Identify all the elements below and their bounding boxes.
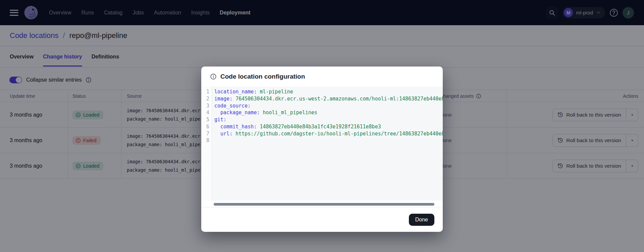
line-number: 1 bbox=[201, 88, 209, 95]
dialog-title: Code location configuration bbox=[220, 73, 305, 80]
line-number: 3 bbox=[201, 102, 209, 110]
code-content[interactable]: location_name: ml-pipelineimage: 7645063… bbox=[212, 86, 443, 201]
code-location-configuration-dialog: Code location configuration 12345678 loc… bbox=[201, 67, 443, 232]
yaml-key: code_source: bbox=[214, 103, 251, 109]
dialog-footer: Done bbox=[201, 207, 443, 232]
line-number: 8 bbox=[201, 137, 209, 144]
code-line bbox=[214, 137, 443, 144]
yaml-value: https://github.com/dagster-io/hooli-ml-p… bbox=[232, 131, 443, 137]
code-line: git: bbox=[214, 116, 443, 123]
yaml-key: commit_hash: bbox=[214, 124, 257, 130]
code-line: code_source: bbox=[214, 102, 443, 110]
line-number: 5 bbox=[201, 116, 209, 123]
yaml-value: ml-pipeline bbox=[257, 89, 293, 95]
line-number: 2 bbox=[201, 95, 209, 102]
line-number: 4 bbox=[201, 109, 209, 116]
dialog-header: Code location configuration bbox=[201, 67, 443, 86]
info-icon bbox=[210, 73, 217, 80]
yaml-code-viewer: 12345678 location_name: ml-pipelineimage… bbox=[201, 86, 443, 201]
dagster-app: OverviewRunsCatalogJobsAutomationInsight… bbox=[0, 0, 644, 252]
line-number: 7 bbox=[201, 130, 209, 137]
horizontal-scrollbar-thumb[interactable] bbox=[214, 203, 434, 206]
yaml-value: 764506304434.dkr.ecr.us-west-2.amazonaws… bbox=[232, 96, 443, 102]
line-number-gutter: 12345678 bbox=[201, 86, 212, 201]
done-button[interactable]: Done bbox=[409, 214, 434, 226]
code-line: package_name: hooli_ml_pipelines bbox=[214, 109, 443, 116]
yaml-key: location_name: bbox=[214, 89, 257, 95]
yaml-value: hooli_ml_pipelines bbox=[260, 110, 317, 116]
horizontal-scrollbar-track bbox=[201, 201, 443, 207]
yaml-value: 14863827eb440e84b3a1fc43e1928f21611e8be3 bbox=[257, 124, 381, 130]
yaml-key: image: bbox=[214, 96, 232, 102]
code-line: location_name: ml-pipeline bbox=[214, 88, 443, 95]
yaml-key: package_name: bbox=[214, 110, 260, 116]
yaml-key: git: bbox=[214, 117, 226, 123]
code-line: image: 764506304434.dkr.ecr.us-west-2.am… bbox=[214, 95, 443, 102]
code-line: commit_hash: 14863827eb440e84b3a1fc43e19… bbox=[214, 123, 443, 130]
line-number: 6 bbox=[201, 123, 209, 130]
code-line: url: https://github.com/dagster-io/hooli… bbox=[214, 130, 443, 137]
yaml-key: url: bbox=[214, 131, 232, 137]
